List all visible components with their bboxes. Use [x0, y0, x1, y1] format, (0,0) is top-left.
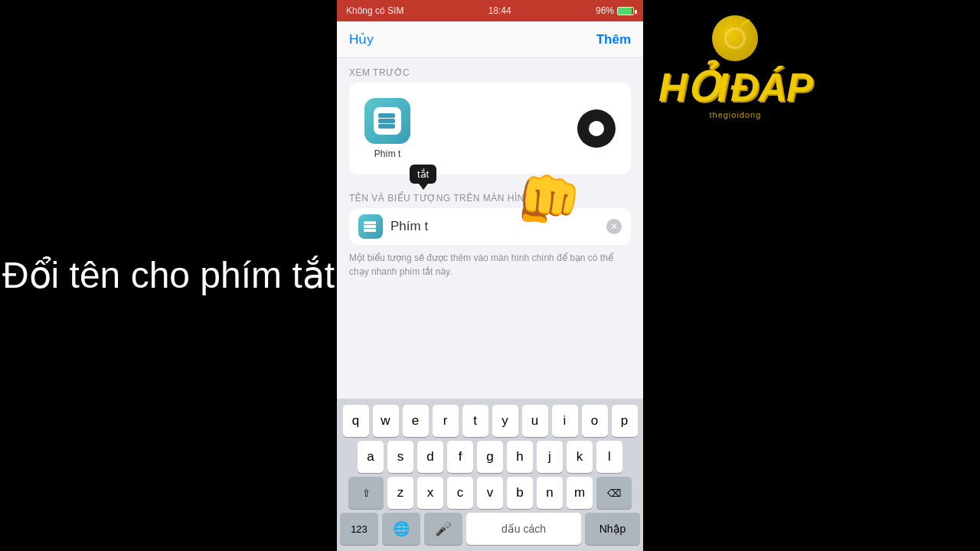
keyboard-row-2: a s d f g h j k l — [340, 441, 640, 473]
key-p[interactable]: p — [612, 405, 638, 437]
key-l[interactable]: l — [596, 441, 622, 473]
keyboard-row-1: q w e r t y u i o p — [340, 405, 640, 437]
key-k[interactable]: k — [567, 441, 593, 473]
logo-subtitle: thegioidong — [709, 110, 761, 119]
left-description-text: Đổi tên cho phím tắt — [2, 252, 335, 299]
preview-app-icon-wrap: Phím t — [364, 98, 410, 159]
key-v[interactable]: v — [477, 477, 503, 509]
key-g[interactable]: g — [477, 441, 503, 473]
delete-key[interactable]: ⌫ — [596, 477, 632, 509]
key-d[interactable]: d — [417, 441, 443, 473]
name-app-icon — [358, 214, 383, 239]
logo-icon — [712, 15, 758, 61]
key-t[interactable]: t — [462, 405, 488, 437]
key-w[interactable]: w — [373, 405, 399, 437]
numbers-key[interactable]: 123 — [340, 513, 378, 545]
cancel-button[interactable]: Hủy — [349, 31, 374, 47]
logo-wrap: HỎI ĐÁP thegioidong — [658, 15, 812, 119]
layer-1 — [378, 113, 395, 118]
battery-percent: 96% — [596, 5, 614, 16]
name-input-row: ✕ — [349, 208, 631, 245]
left-panel: Đổi tên cho phím tắt — [0, 0, 337, 551]
nl3 — [364, 229, 376, 232]
content-area: XEM TRƯỚC Phím t — [337, 58, 643, 399]
name-layers-icon — [364, 221, 377, 233]
battery-status: 96% — [596, 5, 634, 16]
mic-key[interactable]: 🎤 — [424, 513, 462, 545]
key-h[interactable]: h — [507, 441, 533, 473]
tooltip-box: tắt — [410, 165, 436, 184]
return-key[interactable]: Nhập — [585, 513, 640, 545]
name-section-label: TÊN VÀ BIỂU TƯỢNG TRÊN MÀN HÌNH — [337, 184, 643, 208]
key-q[interactable]: q — [343, 405, 369, 437]
key-m[interactable]: m — [567, 477, 593, 509]
key-o[interactable]: o — [582, 405, 608, 437]
keyboard-row-3: ⇧ z x c v b n m ⌫ — [340, 477, 640, 509]
tooltip-wrap: tắt — [410, 165, 436, 190]
key-n[interactable]: n — [537, 477, 563, 509]
name-input-field[interactable] — [390, 219, 599, 234]
key-e[interactable]: e — [403, 405, 429, 437]
layer-3 — [378, 124, 395, 129]
add-button[interactable]: Thêm — [596, 32, 631, 47]
key-x[interactable]: x — [417, 477, 443, 509]
layers-icon — [378, 113, 397, 129]
space-key[interactable]: dấu cách — [466, 513, 581, 545]
key-z[interactable]: z — [387, 477, 413, 509]
app-icon — [364, 98, 410, 144]
shift-key[interactable]: ⇧ — [348, 477, 384, 509]
nl2 — [364, 225, 376, 228]
key-b[interactable]: b — [507, 477, 533, 509]
key-c[interactable]: c — [447, 477, 473, 509]
key-a[interactable]: a — [358, 441, 384, 473]
app-icon-inner — [374, 107, 401, 135]
key-y[interactable]: y — [492, 405, 518, 437]
key-r[interactable]: r — [433, 405, 459, 437]
preview-card: Phím t — [349, 83, 631, 174]
preview-section-label: XEM TRƯỚC — [337, 58, 643, 83]
key-f[interactable]: f — [447, 441, 473, 473]
battery-icon — [617, 7, 634, 15]
key-i[interactable]: i — [552, 405, 578, 437]
name-section: TÊN VÀ BIỂU TƯỢNG TRÊN MÀN HÌNH ✕ Một bi… — [337, 184, 643, 285]
logo-ring — [724, 28, 746, 49]
nl1 — [364, 221, 376, 224]
phone-screen: Không có SIM 18:44 96% Hủy Thêm XEM TRƯỚ… — [337, 0, 643, 551]
layer-2 — [378, 119, 395, 123]
preview-app-name: Phím t — [374, 148, 401, 159]
camera-inner — [589, 121, 604, 136]
keyboard[interactable]: q w e r t y u i o p a s d f g h j k l ⇧ … — [337, 399, 643, 551]
nav-bar: Hủy Thêm — [337, 21, 643, 58]
time-text: 18:44 — [488, 5, 511, 16]
right-panel: HỎI ĐÁP thegioidong — [643, 0, 980, 551]
globe-key[interactable]: 🌐 — [382, 513, 420, 545]
helper-text: Một biểu tượng sẽ được thêm vào màn hình… — [337, 245, 643, 285]
logo-dash — [740, 19, 751, 27]
camera-button[interactable] — [577, 109, 616, 148]
status-bar: Không có SIM 18:44 96% — [337, 0, 643, 21]
key-u[interactable]: u — [522, 405, 548, 437]
key-j[interactable]: j — [537, 441, 563, 473]
logo-dap: ĐÁP — [730, 64, 812, 110]
keyboard-bottom-row: 123 🌐 🎤 dấu cách Nhập — [340, 513, 640, 545]
key-s[interactable]: s — [387, 441, 413, 473]
logo-hoi: HỎI — [658, 64, 727, 110]
tooltip-arrow — [419, 184, 428, 190]
clear-button[interactable]: ✕ — [606, 219, 622, 234]
logo-text-row: HỎI ĐÁP — [658, 64, 812, 110]
carrier-text: Không có SIM — [346, 5, 403, 16]
